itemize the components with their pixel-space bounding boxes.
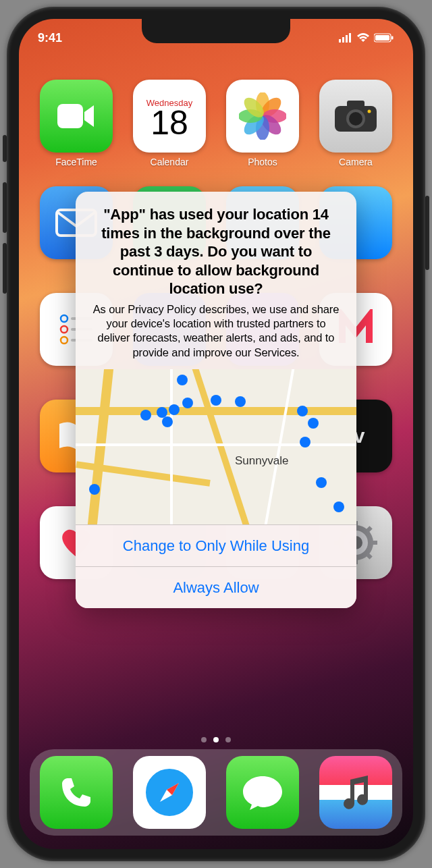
svg-rect-5 [375,35,389,40]
alert-map: Sunnyvale [76,369,356,524]
location-permission-alert: "App" has used your location 14 times in… [76,192,356,608]
svg-point-24 [61,326,68,333]
svg-rect-7 [57,104,83,128]
svg-point-26 [61,337,68,344]
app-label: Camera [339,157,373,167]
app-photos[interactable]: Photos [223,80,302,167]
app-camera[interactable]: Camera [316,80,396,167]
wifi-icon [356,33,370,43]
map-city-label: Sunnyvale [235,454,288,468]
cellular-icon [339,33,352,43]
always-allow-button[interactable]: Always Allow [76,566,356,608]
app-facetime[interactable]: FaceTime [36,80,116,167]
battery-icon [374,33,394,43]
app-label: Calendar [151,157,189,167]
dock-safari[interactable] [133,756,206,829]
alert-description: As our Privacy Policy describes, we use … [90,302,342,360]
svg-rect-3 [349,33,351,43]
dock-music[interactable] [319,756,392,829]
status-time: 9:41 [38,31,62,45]
app-label: Photos [248,157,277,167]
svg-rect-36 [371,541,377,545]
phone-frame: 9:41 FaceTime [7,7,425,861]
svg-rect-1 [342,37,344,43]
phone-screen: 9:41 FaceTime [19,19,413,849]
svg-rect-0 [339,39,341,43]
app-calendar[interactable]: Wednesday 18 Calendar [130,80,209,167]
svg-point-22 [61,315,68,322]
svg-rect-2 [346,35,348,43]
svg-rect-6 [392,36,394,40]
page-indicator[interactable] [19,737,413,742]
alert-title: "App" has used your location 14 times in… [90,205,342,298]
calendar-date: 18 [151,108,188,138]
svg-rect-17 [347,101,364,109]
dock-phone[interactable] [40,756,113,829]
dock [30,749,402,836]
change-to-only-while-using-button[interactable]: Change to Only While Using [76,524,356,566]
svg-point-19 [349,112,362,126]
app-label: FaceTime [55,157,97,167]
notch [142,19,290,43]
dock-messages[interactable] [226,756,299,829]
svg-point-20 [368,110,371,113]
